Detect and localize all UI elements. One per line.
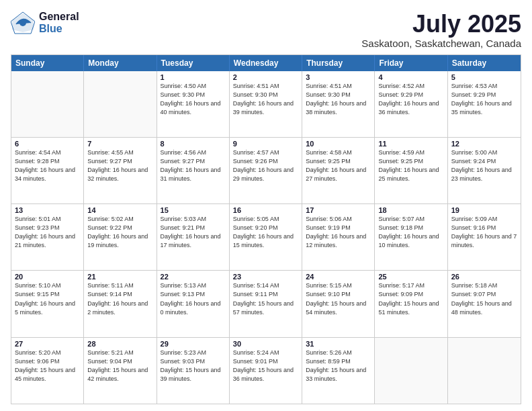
day-number: 11 [378,140,443,148]
cal-day-27: 27Sunrise: 5:20 AM Sunset: 9:06 PM Dayli… [11,338,84,404]
day-info: Sunrise: 5:09 AM Sunset: 9:16 PM Dayligh… [451,215,517,250]
cal-day-29: 29Sunrise: 5:23 AM Sunset: 9:03 PM Dayli… [157,338,230,404]
day-number: 1 [161,73,226,81]
header-thursday: Thursday [302,55,375,71]
day-number: 10 [306,140,371,148]
day-number: 12 [451,140,517,148]
cal-day-9: 9Sunrise: 4:57 AM Sunset: 9:26 PM Daylig… [230,138,302,203]
cal-day-15: 15Sunrise: 5:03 AM Sunset: 9:21 PM Dayli… [157,204,230,270]
cal-day-1: 1Sunrise: 4:50 AM Sunset: 9:30 PM Daylig… [157,71,230,137]
cal-day-13: 13Sunrise: 5:01 AM Sunset: 9:23 PM Dayli… [11,204,84,270]
header-sunday: Sunday [11,55,84,71]
day-info: Sunrise: 5:23 AM Sunset: 9:03 PM Dayligh… [161,349,226,383]
day-info: Sunrise: 4:55 AM Sunset: 9:27 PM Dayligh… [87,148,152,183]
day-info: Sunrise: 5:15 AM Sunset: 9:10 PM Dayligh… [306,281,371,316]
day-number: 13 [15,206,80,214]
cal-day-16: 16Sunrise: 5:05 AM Sunset: 9:20 PM Dayli… [230,204,302,270]
calendar-body: 1Sunrise: 4:50 AM Sunset: 9:30 PM Daylig… [11,71,521,404]
cal-week-4: 20Sunrise: 5:10 AM Sunset: 9:15 PM Dayli… [11,270,521,336]
calendar-header: Sunday Monday Tuesday Wednesday Thursday… [11,55,521,71]
day-number: 31 [306,340,371,348]
day-info: Sunrise: 5:03 AM Sunset: 9:21 PM Dayligh… [161,215,226,250]
cal-day-22: 22Sunrise: 5:13 AM Sunset: 9:13 PM Dayli… [157,271,230,336]
day-number: 6 [15,140,80,148]
day-info: Sunrise: 5:18 AM Sunset: 9:07 PM Dayligh… [451,281,517,316]
cal-day-25: 25Sunrise: 5:17 AM Sunset: 9:09 PM Dayli… [375,271,447,336]
svg-point-2 [19,19,26,26]
logo-icon [11,11,35,35]
day-number: 23 [233,273,298,281]
day-info: Sunrise: 5:17 AM Sunset: 9:09 PM Dayligh… [378,281,443,316]
cal-day-31: 31Sunrise: 5:26 AM Sunset: 8:59 PM Dayli… [302,338,375,404]
cal-empty-0-1 [84,71,157,137]
day-info: Sunrise: 5:07 AM Sunset: 9:18 PM Dayligh… [378,215,443,250]
cal-day-24: 24Sunrise: 5:15 AM Sunset: 9:10 PM Dayli… [302,271,375,336]
page: General Blue July 2025 Saskatoon, Saskat… [0,0,532,411]
day-number: 4 [378,73,443,81]
header-saturday: Saturday [448,55,521,71]
day-number: 25 [378,273,443,281]
day-info: Sunrise: 5:01 AM Sunset: 9:23 PM Dayligh… [15,215,80,250]
day-number: 15 [161,206,226,214]
cal-day-2: 2Sunrise: 4:51 AM Sunset: 9:30 PM Daylig… [230,71,302,137]
cal-day-20: 20Sunrise: 5:10 AM Sunset: 9:15 PM Dayli… [11,271,84,336]
cal-day-23: 23Sunrise: 5:14 AM Sunset: 9:11 PM Dayli… [230,271,302,336]
cal-day-30: 30Sunrise: 5:24 AM Sunset: 9:01 PM Dayli… [230,338,302,404]
title-area: July 2025 Saskatoon, Saskatchewan, Canad… [361,11,521,49]
day-number: 9 [233,140,298,148]
logo-general-text: General [39,11,79,23]
day-number: 30 [233,340,298,348]
cal-day-3: 3Sunrise: 4:51 AM Sunset: 9:30 PM Daylig… [302,71,375,137]
day-info: Sunrise: 4:54 AM Sunset: 9:28 PM Dayligh… [15,148,80,183]
cal-day-5: 5Sunrise: 4:53 AM Sunset: 9:29 PM Daylig… [448,71,521,137]
header: General Blue July 2025 Saskatoon, Saskat… [11,11,521,49]
day-info: Sunrise: 5:06 AM Sunset: 9:19 PM Dayligh… [306,215,371,250]
day-info: Sunrise: 5:14 AM Sunset: 9:11 PM Dayligh… [233,281,298,316]
cal-week-1: 1Sunrise: 4:50 AM Sunset: 9:30 PM Daylig… [11,71,521,137]
day-number: 2 [233,73,298,81]
cal-empty-4-5 [375,338,447,404]
day-info: Sunrise: 5:20 AM Sunset: 9:06 PM Dayligh… [15,349,80,383]
cal-week-2: 6Sunrise: 4:54 AM Sunset: 9:28 PM Daylig… [11,137,521,203]
day-number: 29 [161,340,226,348]
day-number: 28 [87,340,152,348]
cal-day-18: 18Sunrise: 5:07 AM Sunset: 9:18 PM Dayli… [375,204,447,270]
day-number: 19 [451,206,517,214]
cal-day-26: 26Sunrise: 5:18 AM Sunset: 9:07 PM Dayli… [448,271,521,336]
day-number: 26 [451,273,517,281]
day-number: 27 [15,340,80,348]
day-info: Sunrise: 4:59 AM Sunset: 9:25 PM Dayligh… [378,148,443,183]
header-tuesday: Tuesday [157,55,230,71]
day-info: Sunrise: 4:57 AM Sunset: 9:26 PM Dayligh… [233,148,298,183]
day-number: 17 [306,206,371,214]
cal-empty-0-0 [11,71,84,137]
cal-day-8: 8Sunrise: 4:56 AM Sunset: 9:27 PM Daylig… [157,138,230,203]
day-info: Sunrise: 4:53 AM Sunset: 9:29 PM Dayligh… [451,82,517,117]
cal-week-5: 27Sunrise: 5:20 AM Sunset: 9:06 PM Dayli… [11,337,521,404]
logo: General Blue [11,11,79,35]
day-info: Sunrise: 5:00 AM Sunset: 9:24 PM Dayligh… [451,148,517,183]
cal-day-21: 21Sunrise: 5:11 AM Sunset: 9:14 PM Dayli… [84,271,157,336]
cal-day-4: 4Sunrise: 4:52 AM Sunset: 9:29 PM Daylig… [375,71,447,137]
day-info: Sunrise: 4:52 AM Sunset: 9:29 PM Dayligh… [378,82,443,117]
day-number: 3 [306,73,371,81]
cal-day-17: 17Sunrise: 5:06 AM Sunset: 9:19 PM Dayli… [302,204,375,270]
day-info: Sunrise: 5:02 AM Sunset: 9:22 PM Dayligh… [87,215,152,250]
day-number: 16 [233,206,298,214]
day-info: Sunrise: 5:13 AM Sunset: 9:13 PM Dayligh… [161,281,226,316]
cal-day-28: 28Sunrise: 5:21 AM Sunset: 9:04 PM Dayli… [84,338,157,404]
cal-day-14: 14Sunrise: 5:02 AM Sunset: 9:22 PM Dayli… [84,204,157,270]
subtitle: Saskatoon, Saskatchewan, Canada [361,38,521,49]
cal-week-3: 13Sunrise: 5:01 AM Sunset: 9:23 PM Dayli… [11,203,521,270]
cal-day-11: 11Sunrise: 4:59 AM Sunset: 9:25 PM Dayli… [375,138,447,203]
day-info: Sunrise: 5:21 AM Sunset: 9:04 PM Dayligh… [87,349,152,383]
day-info: Sunrise: 4:58 AM Sunset: 9:25 PM Dayligh… [306,148,371,183]
calendar: Sunday Monday Tuesday Wednesday Thursday… [11,54,521,404]
main-title: July 2025 [361,11,521,38]
cal-day-6: 6Sunrise: 4:54 AM Sunset: 9:28 PM Daylig… [11,138,84,203]
day-info: Sunrise: 4:56 AM Sunset: 9:27 PM Dayligh… [161,148,226,183]
day-info: Sunrise: 5:24 AM Sunset: 9:01 PM Dayligh… [233,349,298,383]
day-number: 5 [451,73,517,81]
header-monday: Monday [84,55,157,71]
day-info: Sunrise: 5:05 AM Sunset: 9:20 PM Dayligh… [233,215,298,250]
